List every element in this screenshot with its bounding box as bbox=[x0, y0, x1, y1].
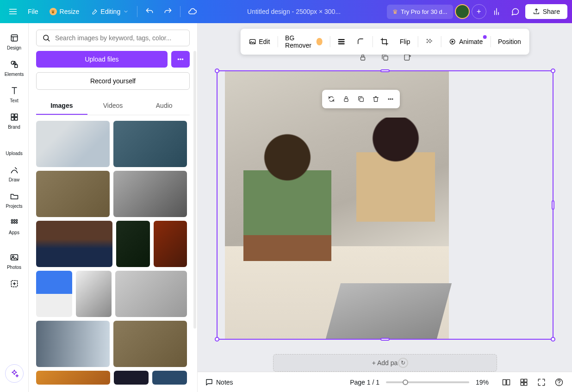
transparency-button[interactable] bbox=[421, 35, 438, 49]
upload-thumbnail[interactable] bbox=[114, 371, 149, 385]
help-button[interactable] bbox=[553, 377, 565, 388]
canvas-viewport[interactable] bbox=[198, 23, 572, 349]
delete-element-button[interactable] bbox=[369, 93, 382, 106]
editing-mode-dropdown[interactable]: Editing bbox=[86, 4, 133, 19]
document-title[interactable]: Untitled design - 2500px × 300... bbox=[203, 8, 385, 15]
canvas-image[interactable] bbox=[225, 71, 449, 339]
resize-handle[interactable] bbox=[380, 69, 390, 72]
zoom-slider-thumb[interactable] bbox=[403, 380, 408, 385]
resize-handle[interactable] bbox=[380, 338, 390, 341]
svg-rect-39 bbox=[524, 379, 527, 382]
rail-uploads[interactable]: Uploads bbox=[1, 134, 27, 160]
upload-more-button[interactable] bbox=[171, 51, 190, 68]
redo-button[interactable] bbox=[160, 3, 176, 20]
svg-rect-28 bbox=[361, 57, 365, 60]
svg-point-35 bbox=[392, 99, 393, 100]
rail-projects[interactable]: Projects bbox=[1, 187, 27, 212]
left-rail: Design Elements Text Brand Uploads Draw … bbox=[0, 23, 29, 392]
upload-thumbnail[interactable] bbox=[113, 171, 187, 217]
upload-thumbnail[interactable] bbox=[115, 271, 187, 317]
upload-thumbnail[interactable] bbox=[113, 321, 187, 367]
fullscreen-button[interactable] bbox=[536, 377, 547, 388]
tab-images[interactable]: Images bbox=[36, 97, 87, 115]
resize-button[interactable]: ♛ Resize bbox=[45, 4, 84, 19]
svg-point-34 bbox=[390, 99, 391, 100]
notes-button[interactable]: Notes bbox=[205, 378, 233, 386]
file-menu[interactable]: File bbox=[23, 4, 43, 19]
panel-scrollbar[interactable] bbox=[193, 51, 196, 329]
resize-handle[interactable] bbox=[551, 337, 555, 342]
separator bbox=[137, 6, 137, 17]
resize-handle[interactable] bbox=[551, 68, 555, 73]
svg-point-18 bbox=[180, 59, 181, 60]
add-page-button[interactable]: + Add pa ↻ bbox=[273, 354, 497, 372]
crop-button[interactable] bbox=[376, 35, 393, 49]
resize-handle[interactable] bbox=[215, 68, 219, 73]
uploads-panel: Upload files Record yourself Images Vide… bbox=[29, 23, 198, 392]
zoom-percentage[interactable]: 19% bbox=[476, 379, 494, 386]
undo-button[interactable] bbox=[141, 3, 158, 20]
insights-button[interactable] bbox=[488, 3, 505, 20]
record-yourself-button[interactable]: Record yourself bbox=[36, 72, 190, 90]
image-gallery[interactable] bbox=[36, 121, 190, 392]
upload-thumbnail[interactable] bbox=[36, 271, 72, 317]
magic-button[interactable] bbox=[5, 364, 24, 383]
copy-element-button[interactable] bbox=[354, 93, 367, 106]
position-button[interactable]: Position bbox=[493, 35, 526, 48]
line-weight-button[interactable] bbox=[333, 35, 350, 49]
more-element-button[interactable] bbox=[384, 93, 397, 106]
upload-thumbnail[interactable] bbox=[36, 171, 110, 217]
selection-box[interactable] bbox=[217, 70, 553, 340]
try-pro-button[interactable]: ♛ Try Pro for 30 d... bbox=[387, 5, 453, 19]
upload-thumbnail[interactable] bbox=[76, 271, 112, 317]
flip-button[interactable]: Flip bbox=[395, 35, 415, 48]
comments-button[interactable] bbox=[507, 3, 523, 20]
uploads-icon bbox=[9, 138, 20, 149]
add-member-button[interactable]: + bbox=[472, 4, 486, 19]
tab-audio[interactable]: Audio bbox=[138, 97, 190, 115]
regenerate-button[interactable] bbox=[325, 93, 338, 106]
corner-rounding-button[interactable] bbox=[352, 35, 370, 49]
upload-thumbnail[interactable] bbox=[113, 121, 187, 167]
floating-element-toolbar bbox=[322, 90, 400, 108]
crown-icon bbox=[317, 38, 322, 45]
separator bbox=[180, 6, 180, 17]
rail-projects-label: Projects bbox=[6, 204, 22, 209]
page-list-button[interactable] bbox=[501, 377, 512, 388]
tab-videos[interactable]: Videos bbox=[87, 97, 139, 115]
bg-remover-button[interactable]: BG Remover bbox=[280, 31, 327, 52]
upload-files-button[interactable]: Upload files bbox=[36, 51, 168, 68]
rail-elements[interactable]: Elements bbox=[1, 55, 27, 81]
upload-thumbnail[interactable] bbox=[36, 121, 110, 167]
search-input[interactable] bbox=[55, 34, 184, 42]
user-avatar[interactable] bbox=[455, 4, 470, 19]
rail-more[interactable] bbox=[1, 274, 27, 293]
share-button[interactable]: Share bbox=[525, 4, 567, 19]
rail-design[interactable]: Design bbox=[1, 29, 27, 54]
rail-text[interactable]: Text bbox=[1, 81, 27, 107]
upload-thumbnail[interactable] bbox=[116, 221, 149, 267]
edit-image-button[interactable]: Edit bbox=[244, 35, 274, 48]
cloud-sync-icon[interactable] bbox=[184, 3, 201, 20]
lock-element-button[interactable] bbox=[340, 93, 353, 106]
rail-brand[interactable]: Brand bbox=[1, 108, 27, 133]
upload-thumbnail[interactable] bbox=[154, 221, 187, 267]
upload-thumbnail[interactable] bbox=[36, 321, 110, 367]
search-input-container[interactable] bbox=[36, 30, 190, 46]
svg-point-12 bbox=[16, 222, 17, 223]
rail-photos[interactable]: Photos bbox=[1, 248, 27, 274]
page-indicator[interactable]: Page 1 / 1 bbox=[350, 379, 379, 386]
separator bbox=[330, 36, 330, 47]
animate-button[interactable]: Animate bbox=[444, 35, 487, 48]
resize-handle[interactable] bbox=[552, 200, 554, 210]
upload-thumbnail[interactable] bbox=[36, 221, 112, 267]
menu-button[interactable] bbox=[5, 3, 21, 20]
zoom-slider[interactable] bbox=[386, 381, 469, 383]
upload-thumbnail[interactable] bbox=[152, 371, 187, 385]
upload-thumbnail[interactable] bbox=[36, 371, 110, 385]
rail-draw[interactable]: Draw bbox=[1, 161, 27, 186]
grid-view-button[interactable] bbox=[518, 377, 529, 388]
resize-handle[interactable] bbox=[215, 337, 219, 342]
rail-design-label: Design bbox=[7, 45, 21, 50]
rail-apps[interactable]: Apps bbox=[1, 213, 27, 239]
